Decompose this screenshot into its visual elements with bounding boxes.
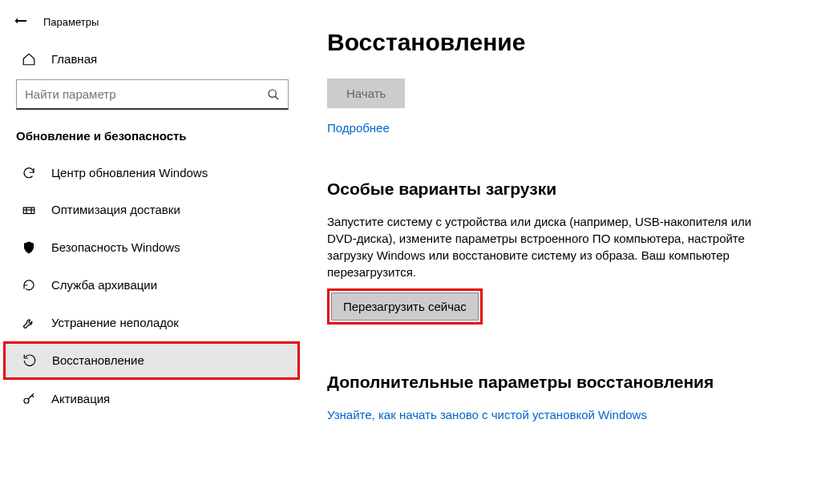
sidebar-item-label: Служба архивации (51, 278, 157, 292)
advanced-startup-heading: Особые варианты загрузки (327, 179, 799, 199)
app-title: Параметры (43, 16, 99, 28)
sidebar-item-windows-update[interactable]: Центр обновления Windows (0, 154, 305, 192)
sidebar-item-label: Безопасность Windows (51, 240, 180, 254)
delivery-icon (21, 203, 37, 218)
sidebar-item-recovery[interactable]: Восстановление (3, 341, 300, 381)
sidebar-nav: Центр обновления Windows Оптимизация дос… (0, 154, 305, 417)
search-field[interactable] (25, 87, 267, 101)
search-input[interactable] (16, 79, 289, 110)
svg-line-8 (32, 396, 34, 397)
back-icon[interactable]: 🠔 (14, 14, 27, 29)
sidebar-home-label: Главная (51, 52, 97, 66)
sidebar-item-label: Центр обновления Windows (51, 166, 208, 179)
sidebar-item-label: Активация (51, 392, 110, 405)
sidebar: 🠔 Параметры Главная Обновление и безопас… (0, 0, 305, 504)
advanced-startup-description: Запустите систему с устройства или диска… (327, 213, 776, 280)
svg-point-6 (24, 398, 29, 403)
more-recovery-heading: Дополнительные параметры восстановления (327, 373, 799, 392)
sidebar-item-delivery-optimization[interactable]: Оптимизация доставки (0, 192, 305, 229)
start-button[interactable]: Начать (327, 79, 405, 108)
sidebar-item-label: Оптимизация доставки (51, 203, 180, 216)
sync-icon (21, 165, 37, 180)
svg-line-1 (275, 96, 278, 99)
restart-highlight: Перезагрузить сейчас (327, 288, 483, 325)
sidebar-item-troubleshoot[interactable]: Устранение неполадок (0, 304, 305, 341)
main-content: Восстановление Начать Подробнее Особые в… (305, 0, 821, 504)
recovery-icon (22, 353, 38, 369)
sidebar-item-label: Восстановление (52, 353, 144, 367)
sidebar-item-windows-security[interactable]: Безопасность Windows (0, 228, 305, 266)
home-icon (21, 51, 37, 67)
sidebar-item-home[interactable]: Главная (0, 43, 305, 79)
svg-point-0 (269, 90, 276, 97)
sidebar-category: Обновление и безопасность (0, 110, 305, 154)
key-icon (21, 391, 37, 406)
sidebar-item-activation[interactable]: Активация (0, 380, 305, 417)
page-title: Восстановление (327, 29, 799, 56)
titlebar: 🠔 Параметры (0, 10, 305, 43)
backup-icon (21, 277, 37, 292)
wrench-icon (21, 315, 37, 330)
shield-icon (21, 240, 37, 255)
search-icon (267, 87, 280, 101)
more-info-link[interactable]: Подробнее (327, 121, 390, 135)
restart-now-button[interactable]: Перезагрузить сейчас (331, 292, 479, 321)
sidebar-item-backup[interactable]: Служба архивации (0, 266, 305, 304)
svg-rect-2 (23, 208, 34, 214)
fresh-start-link[interactable]: Узнайте, как начать заново с чистой уста… (327, 408, 647, 421)
sidebar-item-label: Устранение неполадок (51, 316, 179, 329)
